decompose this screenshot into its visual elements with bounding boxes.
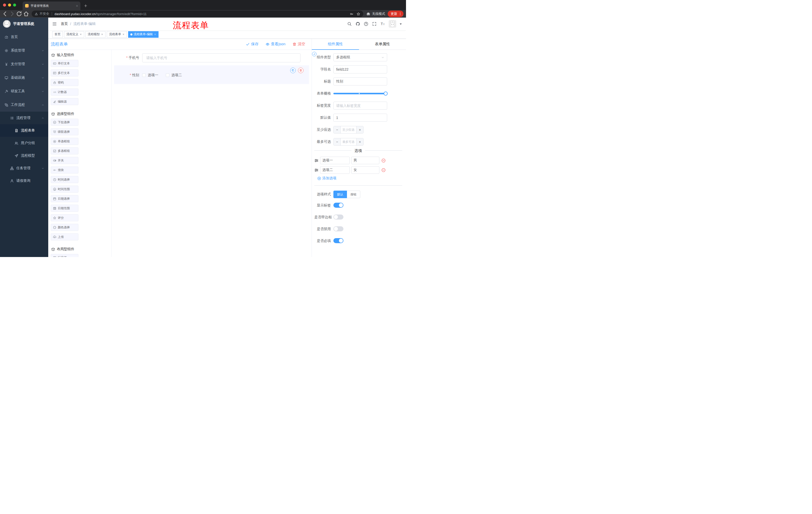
stepper-value[interactable]: 至少应选	[341, 126, 356, 133]
component-item[interactable]: 单行文本	[51, 60, 78, 67]
decrease-button[interactable]: −	[334, 126, 341, 133]
tag-item[interactable]: 流程表单-编辑	[128, 31, 158, 38]
increase-button[interactable]: +	[356, 138, 363, 145]
chevron-down-icon[interactable]	[401, 15, 404, 17]
sidebar-item-home[interactable]: 首页	[0, 30, 48, 44]
toggle-switch[interactable]	[334, 226, 343, 231]
forward-button[interactable]	[8, 10, 16, 17]
phone-input[interactable]	[142, 53, 300, 62]
clear-button[interactable]: 清空	[292, 42, 305, 47]
component-item[interactable]: 日期范围	[51, 205, 78, 212]
component-item[interactable]: 滑块	[51, 166, 78, 173]
copy-component-button[interactable]	[290, 67, 296, 73]
font-size-icon[interactable]: TT	[380, 22, 385, 26]
checkbox-option-1[interactable]: 选项一	[142, 73, 158, 77]
new-tab-button[interactable]	[84, 4, 87, 7]
component-item[interactable]: 行容器	[51, 254, 78, 257]
component-item[interactable]: 多选框组	[51, 147, 78, 154]
component-item[interactable]: 时间选择	[51, 176, 78, 183]
component-item[interactable]: 时间范围	[51, 186, 78, 193]
sidebar-item-system[interactable]: 系统管理	[0, 44, 48, 57]
drag-handle-icon[interactable]	[314, 158, 319, 163]
toggle-switch[interactable]	[334, 215, 343, 219]
breadcrumb-home[interactable]: 首页	[61, 22, 68, 26]
option-value-input[interactable]	[351, 166, 379, 174]
option-label-input[interactable]	[320, 166, 350, 174]
sidebar-item-leave-query[interactable]: 请假查询	[0, 174, 48, 187]
field-name-input[interactable]	[334, 65, 387, 74]
drag-handle-icon[interactable]	[314, 168, 319, 172]
tab-form-props[interactable]: 表单属性	[359, 39, 406, 50]
style-button-button[interactable]: 按钮	[347, 191, 360, 198]
tag-item[interactable]: 流程模型	[85, 31, 106, 38]
toggle-switch[interactable]	[334, 238, 343, 243]
sidebar-item-user-group[interactable]: 用户分组	[0, 137, 48, 150]
increase-button[interactable]: +	[356, 126, 363, 133]
sidebar-item-process-model[interactable]: 流程模型	[0, 150, 48, 162]
add-option-button[interactable]: 添加选项	[317, 176, 402, 181]
component-item[interactable]: 下拉选择	[51, 119, 78, 126]
toggle-switch[interactable]	[334, 203, 343, 208]
component-item[interactable]: 开关	[51, 157, 78, 164]
checkbox-option-2[interactable]: 选项二	[166, 73, 182, 77]
sidebar-item-task-management[interactable]: 任务管理	[0, 162, 48, 174]
component-item[interactable]: 123计数器	[51, 88, 78, 96]
sidebar-item-dev-tools[interactable]: 研发工具	[0, 84, 48, 98]
github-icon[interactable]	[355, 22, 360, 26]
tag-item[interactable]: 流程表单	[107, 31, 127, 38]
checkbox-box[interactable]	[166, 74, 169, 77]
option-label-input[interactable]	[320, 157, 350, 164]
stepper-value[interactable]: 最多可选	[341, 138, 356, 145]
component-item[interactable]: 多行文本	[51, 70, 78, 77]
window-close-button[interactable]	[3, 3, 6, 6]
sidebar-item-process-management[interactable]: 流程管理	[0, 112, 48, 124]
close-icon[interactable]	[101, 33, 103, 35]
help-icon[interactable]	[364, 22, 368, 26]
home-button[interactable]	[23, 10, 30, 17]
slider-handle[interactable]	[384, 91, 388, 96]
delete-component-button[interactable]	[298, 67, 303, 73]
link-icon[interactable]	[312, 52, 317, 56]
remove-option-icon[interactable]	[381, 168, 386, 172]
sidebar-item-workflow[interactable]: 工作流程	[0, 98, 48, 112]
title-input[interactable]	[334, 77, 387, 85]
label-width-input[interactable]	[334, 102, 387, 110]
save-button[interactable]: 保存	[246, 42, 259, 47]
bookmark-icon[interactable]	[356, 12, 360, 16]
tag-item[interactable]: 流程定义	[64, 31, 84, 38]
style-default-button[interactable]: 默认	[334, 191, 347, 198]
app-logo[interactable]: 芋道管理系统	[0, 18, 48, 30]
sidebar-item-infrastructure[interactable]: 基础设施	[0, 71, 48, 84]
component-item[interactable]: 密码	[51, 79, 78, 86]
search-icon[interactable]	[347, 22, 352, 26]
component-type-select[interactable]: 多选框组	[334, 53, 387, 61]
checkbox-box[interactable]	[142, 74, 146, 77]
window-minimize-button[interactable]	[8, 3, 11, 6]
component-item[interactable]: 上传	[51, 233, 78, 240]
option-value-input[interactable]	[351, 157, 379, 164]
component-item[interactable]: 颜色选择	[51, 224, 78, 231]
close-icon[interactable]	[80, 33, 82, 35]
security-warning-icon[interactable]	[35, 12, 38, 16]
tab-component-props[interactable]: 组件属性	[312, 39, 359, 50]
browser-tab[interactable]: 芋道管理系统	[23, 1, 80, 10]
default-value-input[interactable]	[334, 114, 387, 122]
component-item[interactable]: 级联选择	[51, 128, 78, 135]
component-item[interactable]: 单选框组	[51, 138, 78, 145]
tab-close-icon[interactable]	[76, 4, 78, 7]
sidebar-toggle-button[interactable]	[48, 22, 61, 26]
close-icon[interactable]	[122, 33, 125, 35]
password-manager-icon[interactable]	[350, 12, 353, 16]
form-grid-slider[interactable]	[334, 89, 387, 98]
tag-item[interactable]: 首页	[52, 31, 63, 38]
address-bar[interactable]: 不安全 dashboard.yudao.iocoder.cn/bpm/manag…	[32, 10, 363, 17]
close-icon[interactable]	[154, 33, 156, 35]
caret-down-icon[interactable]	[399, 22, 403, 26]
remove-option-icon[interactable]	[381, 158, 386, 163]
window-zoom-button[interactable]	[13, 3, 16, 6]
component-item[interactable]: 编辑器	[51, 98, 78, 105]
view-json-button[interactable]: 查看json	[266, 42, 285, 47]
fullscreen-icon[interactable]	[372, 22, 377, 26]
reload-button[interactable]	[16, 10, 23, 17]
component-item[interactable]: 日期选择	[51, 195, 78, 202]
